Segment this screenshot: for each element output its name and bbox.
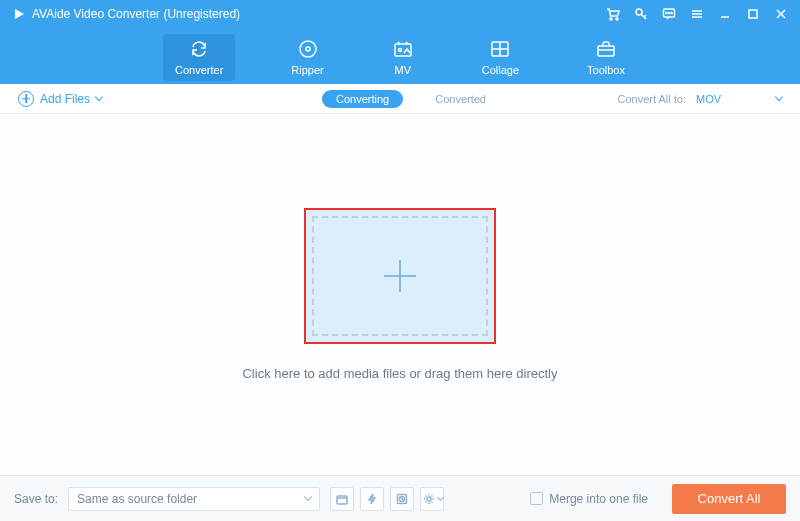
toolbox-icon — [595, 38, 617, 60]
settings-button[interactable] — [420, 487, 444, 511]
tab-label: Collage — [482, 64, 519, 76]
merge-label: Merge into one file — [549, 492, 648, 506]
plus-circle-icon — [18, 91, 34, 107]
task-schedule-button[interactable] — [390, 487, 414, 511]
tab-label: MV — [394, 64, 411, 76]
close-icon[interactable] — [774, 7, 788, 21]
chevron-down-icon — [95, 93, 103, 101]
svg-point-1 — [610, 18, 612, 20]
filter-converted[interactable]: Converted — [421, 90, 500, 108]
svg-marker-0 — [15, 9, 24, 19]
main-tabs: Converter Ripper MV Collage Toolbox — [0, 28, 800, 84]
play-logo-icon — [12, 7, 26, 21]
svg-point-5 — [666, 13, 667, 14]
mv-icon — [392, 38, 414, 60]
add-media-dropzone[interactable] — [304, 208, 496, 344]
checkbox-icon — [530, 492, 543, 505]
cart-icon[interactable] — [606, 7, 620, 21]
save-to-select[interactable]: Same as source folder — [68, 487, 320, 511]
svg-point-12 — [398, 49, 401, 52]
add-files-button[interactable]: Add Files — [18, 91, 102, 107]
titlebar-controls — [606, 7, 788, 21]
collage-icon — [489, 38, 511, 60]
tab-mv[interactable]: MV — [380, 34, 426, 81]
svg-point-10 — [306, 47, 310, 51]
convert-all-button[interactable]: Convert All — [672, 484, 786, 514]
bottom-bar: Save to: Same as source folder Merge int… — [0, 475, 800, 521]
status-filter: Converting Converted — [322, 90, 500, 108]
convert-all-to: Convert All to: MOV — [618, 93, 782, 105]
maximize-icon[interactable] — [746, 7, 760, 21]
app-title: AVAide Video Converter (Unregistered) — [32, 7, 240, 21]
svg-rect-8 — [749, 10, 757, 18]
merge-checkbox[interactable]: Merge into one file — [530, 492, 648, 506]
plus-icon — [306, 210, 494, 342]
convert-all-to-label: Convert All to: — [618, 93, 686, 105]
tab-label: Toolbox — [587, 64, 625, 76]
quick-tools — [330, 487, 444, 511]
svg-point-18 — [427, 497, 431, 501]
svg-point-2 — [616, 18, 618, 20]
chevron-down-icon — [304, 493, 312, 501]
menu-icon[interactable] — [690, 7, 704, 21]
filter-converting[interactable]: Converting — [322, 90, 403, 108]
hardware-accel-button[interactable] — [360, 487, 384, 511]
converter-icon — [188, 38, 210, 60]
svg-point-6 — [669, 13, 670, 14]
tab-toolbox[interactable]: Toolbox — [575, 34, 637, 81]
format-value: MOV — [696, 93, 721, 105]
output-format-select[interactable]: MOV — [696, 93, 782, 105]
svg-point-9 — [300, 41, 316, 57]
svg-rect-15 — [337, 496, 347, 504]
tab-label: Ripper — [291, 64, 323, 76]
app-logo: AVAide Video Converter (Unregistered) — [12, 7, 240, 21]
drop-instruction: Click here to add media files or drag th… — [242, 366, 557, 381]
key-icon[interactable] — [634, 7, 648, 21]
tab-converter[interactable]: Converter — [163, 34, 235, 81]
sub-toolbar: Add Files Converting Converted Convert A… — [0, 84, 800, 114]
chevron-down-icon — [775, 93, 783, 101]
ripper-icon — [297, 38, 319, 60]
minimize-icon[interactable] — [718, 7, 732, 21]
save-to-label: Save to: — [14, 492, 58, 506]
add-files-label: Add Files — [40, 92, 90, 106]
tab-label: Converter — [175, 64, 223, 76]
drop-area: Click here to add media files or drag th… — [0, 114, 800, 474]
svg-rect-14 — [598, 46, 614, 56]
save-to-value: Same as source folder — [77, 492, 197, 506]
tab-collage[interactable]: Collage — [470, 34, 531, 81]
tab-ripper[interactable]: Ripper — [279, 34, 335, 81]
feedback-icon[interactable] — [662, 7, 676, 21]
chevron-down-icon — [436, 493, 443, 500]
svg-point-7 — [671, 13, 672, 14]
open-folder-button[interactable] — [330, 487, 354, 511]
titlebar: AVAide Video Converter (Unregistered) — [0, 0, 800, 28]
